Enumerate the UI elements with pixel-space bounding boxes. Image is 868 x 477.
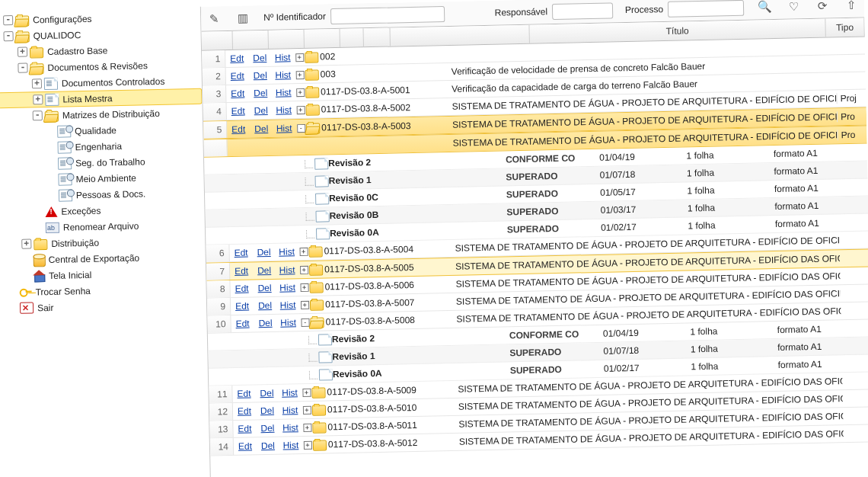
del-link[interactable]: Del [257, 265, 271, 276]
del-link[interactable]: Del [248, 53, 271, 64]
expand-icon[interactable]: + [299, 248, 308, 256]
collapse-icon[interactable]: - [18, 63, 27, 73]
heart-icon[interactable]: ♡ [785, 0, 802, 15]
edt-link[interactable]: Edt [235, 301, 249, 312]
del-link[interactable]: Del [257, 247, 270, 258]
del-link[interactable]: Del [254, 318, 276, 329]
hist-link[interactable]: Hist [275, 246, 298, 258]
hist-link[interactable]: Hist [276, 87, 292, 98]
hist-link[interactable]: Hist [276, 104, 292, 115]
hist-link[interactable]: Hist [276, 299, 299, 311]
hist-link[interactable]: Hist [282, 422, 298, 433]
hist-link[interactable]: Hist [276, 282, 298, 293]
expand-icon[interactable]: + [33, 94, 43, 104]
hist-link[interactable]: Hist [276, 317, 299, 328]
refresh-icon[interactable]: ⟳ [814, 0, 831, 14]
edt-link[interactable]: Edt [235, 319, 249, 329]
expand-icon[interactable]: + [21, 238, 31, 248]
del-link[interactable]: Del [256, 423, 279, 434]
header-tipo[interactable]: Tipo [825, 18, 864, 37]
expand-cell[interactable]: + [298, 283, 309, 292]
hist-link[interactable]: Hist [279, 422, 302, 434]
resp-input[interactable] [552, 2, 613, 20]
hist-link[interactable]: Hist [279, 282, 295, 293]
edt-link[interactable]: Edt [230, 265, 253, 277]
hist-link[interactable]: Hist [279, 405, 302, 416]
collapse-icon[interactable]: - [33, 110, 43, 120]
edt-link[interactable]: Edt [233, 423, 256, 434]
del-link[interactable]: Del [255, 388, 278, 399]
expand-icon[interactable]: + [303, 441, 311, 450]
del-link[interactable]: Del [260, 405, 274, 416]
edt-link[interactable]: Edt [238, 405, 251, 416]
expand-cell[interactable]: + [302, 423, 312, 432]
hist-link[interactable]: Hist [282, 440, 298, 450]
edt-link[interactable]: Edt [231, 71, 244, 82]
expand-cell[interactable]: + [302, 405, 312, 415]
columns-icon[interactable]: ▥ [235, 9, 251, 26]
edt-link[interactable]: Edt [238, 440, 252, 451]
del-link[interactable]: Del [253, 265, 276, 277]
proc-input[interactable] [668, 0, 744, 17]
collapse-icon[interactable]: - [301, 319, 309, 327]
expand-cell[interactable]: + [301, 388, 311, 397]
del-link[interactable]: Del [261, 440, 275, 451]
expand-icon[interactable]: + [295, 71, 304, 79]
hist-link[interactable]: Hist [279, 264, 295, 275]
edt-link[interactable]: Edt [234, 248, 247, 258]
expand-icon[interactable]: + [300, 283, 308, 292]
hist-link[interactable]: Hist [276, 123, 292, 133]
edt-link[interactable]: Edt [230, 53, 244, 64]
edt-link[interactable]: Edt [238, 423, 251, 434]
del-link[interactable]: Del [260, 388, 273, 399]
del-link[interactable]: Del [256, 405, 279, 417]
tree-item[interactable]: Sair [2, 296, 206, 317]
edt-link[interactable]: Edt [230, 283, 253, 294]
expand-icon[interactable]: + [32, 78, 42, 88]
expand-cell[interactable]: + [299, 300, 310, 309]
del-link[interactable]: Del [258, 300, 272, 311]
edt-link[interactable]: Edt [227, 105, 250, 117]
edt-link[interactable]: Edt [237, 388, 251, 399]
expand-cell[interactable]: + [298, 247, 308, 256]
expand-icon[interactable]: + [18, 47, 27, 57]
del-link[interactable]: Del [254, 123, 268, 134]
del-link[interactable]: Del [249, 70, 272, 82]
hist-link[interactable]: Hist [282, 387, 298, 398]
expand-icon[interactable]: + [295, 53, 304, 62]
hist-link[interactable]: Hist [275, 52, 291, 62]
hist-link[interactable]: Hist [275, 69, 291, 80]
hist-link[interactable]: Hist [282, 405, 298, 415]
del-link[interactable]: Del [254, 70, 267, 81]
del-link[interactable]: Del [253, 283, 276, 294]
hist-link[interactable]: Hist [280, 317, 296, 328]
del-link[interactable]: Del [260, 423, 274, 434]
edit-icon[interactable]: ✎ [206, 10, 222, 27]
hist-link[interactable]: Hist [272, 69, 295, 81]
expand-icon[interactable]: + [300, 301, 308, 309]
hist-link[interactable]: Hist [271, 52, 294, 63]
edt-link[interactable]: Edt [227, 123, 250, 135]
del-link[interactable]: Del [250, 105, 273, 117]
expand-icon[interactable]: + [300, 266, 308, 274]
edt-link[interactable]: Edt [233, 405, 256, 417]
del-link[interactable]: Del [257, 283, 271, 293]
edt-link[interactable]: Edt [231, 124, 245, 135]
collapse-icon[interactable]: - [3, 15, 13, 25]
expand-cell[interactable]: + [302, 440, 313, 450]
expand-cell[interactable]: + [295, 105, 306, 114]
hist-link[interactable]: Hist [272, 87, 295, 98]
expand-icon[interactable]: + [302, 389, 311, 397]
edt-link[interactable]: Edt [235, 283, 248, 294]
edt-link[interactable]: Edt [229, 247, 252, 258]
edt-link[interactable]: Edt [231, 88, 244, 99]
edt-link[interactable]: Edt [232, 388, 255, 399]
del-link[interactable]: Del [253, 53, 266, 63]
del-link[interactable]: Del [250, 123, 273, 135]
del-link[interactable]: Del [249, 88, 272, 99]
edt-link[interactable]: Edt [226, 88, 249, 99]
edt-link[interactable]: Edt [225, 53, 248, 64]
hist-link[interactable]: Hist [279, 440, 302, 451]
hist-link[interactable]: Hist [279, 246, 295, 257]
edt-link[interactable]: Edt [231, 300, 254, 312]
